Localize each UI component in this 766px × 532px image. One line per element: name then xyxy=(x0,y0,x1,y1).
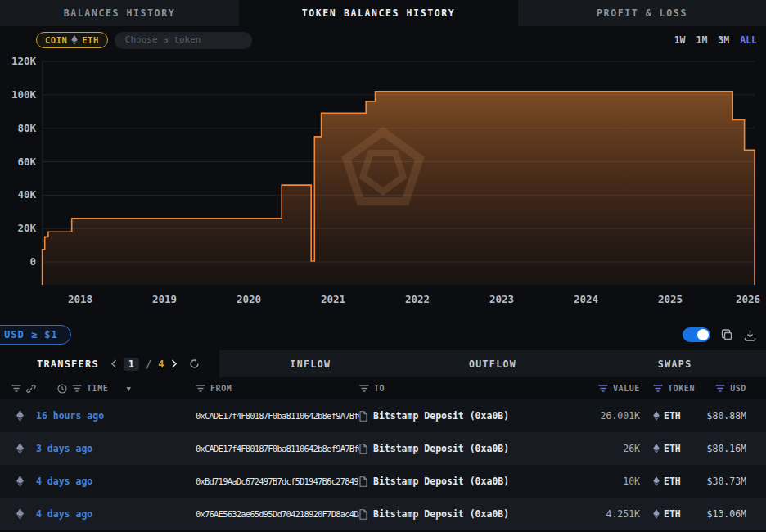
total-pages: 4 xyxy=(158,358,164,370)
y-axis-tick: 0 xyxy=(29,255,36,268)
to-entity-link[interactable]: Bitstamp Deposit (0xa0B) xyxy=(359,476,558,487)
flow-tabs: INFLOW OUTFLOW SWAPS xyxy=(219,350,766,377)
eth-diamond-icon xyxy=(653,411,660,421)
tab-inflow[interactable]: INFLOW xyxy=(219,350,402,377)
tab-outflow[interactable]: OUTFLOW xyxy=(402,350,584,377)
coin-selector-pill[interactable]: COIN ETH xyxy=(36,32,108,48)
table-tabbar: TRANSFERS 1 / 4 INFLOW OUTFLOW SWAPS xyxy=(0,350,766,377)
toggle-knob xyxy=(697,329,709,340)
table-row[interactable]: 3 days ago0xCADE17f4F80187F0ba8110642b8e… xyxy=(0,432,766,465)
y-axis-tick: 100K xyxy=(11,88,37,101)
transfer-token: ETH xyxy=(640,410,699,422)
header-time[interactable]: TIME ▼ xyxy=(57,384,196,394)
to-entity-label: Bitstamp Deposit (0xa0B) xyxy=(373,508,509,520)
y-axis-tick: 60K xyxy=(17,156,36,168)
table-row[interactable]: 4 days ago0x76AE5632ae65d95Dd704218920F7… xyxy=(0,498,766,530)
x-axis-tick: 2021 xyxy=(321,293,345,305)
copy-icon[interactable] xyxy=(721,329,733,341)
table-row[interactable]: 16 hours ago0xCADE17f4F80187F0ba8110642b… xyxy=(0,399,766,432)
document-icon xyxy=(359,509,367,520)
eth-diamond-icon xyxy=(71,35,78,45)
range-1w[interactable]: 1W xyxy=(674,34,686,46)
tab-swaps[interactable]: SWAPS xyxy=(584,350,766,377)
table-row[interactable]: 4 days ago0xBd719AaDc672497B7dcf5D1947B6… xyxy=(0,465,766,498)
x-axis-tick: 2022 xyxy=(405,293,430,305)
to-entity-link[interactable]: Bitstamp Deposit (0xa0B) xyxy=(359,410,558,422)
tab-balances-history[interactable]: BALANCES HISTORY xyxy=(0,0,239,26)
transfer-usd: $80.88M xyxy=(699,410,746,422)
filter-row-actions xyxy=(683,327,756,342)
eth-diamond-icon xyxy=(653,509,660,519)
eth-diamond-icon xyxy=(653,444,660,453)
next-page-icon[interactable] xyxy=(171,359,178,368)
header-to-label: TO xyxy=(374,384,385,393)
tab-transfers[interactable]: TRANSFERS 1 / 4 xyxy=(0,350,219,377)
header-value[interactable]: VALUE xyxy=(558,384,640,393)
transfer-token: ETH xyxy=(640,508,699,520)
to-entity-label: Bitstamp Deposit (0xa0B) xyxy=(373,476,509,487)
token-search-input[interactable]: Choose a token xyxy=(115,32,252,49)
header-time-label: TIME xyxy=(87,384,108,393)
header-to[interactable]: TO xyxy=(359,384,558,393)
header-token[interactable]: TOKEN xyxy=(640,384,699,393)
header-from[interactable]: FROM xyxy=(196,384,359,393)
to-entity-label: Bitstamp Deposit (0xa0B) xyxy=(373,443,509,454)
pager: 1 / 4 xyxy=(110,358,200,371)
transfer-value: 4.251K xyxy=(558,508,640,520)
eth-diamond-icon xyxy=(16,410,24,422)
to-entity-link[interactable]: Bitstamp Deposit (0xa0B) xyxy=(359,443,558,454)
x-axis-tick: 2023 xyxy=(489,293,514,305)
table-header: TIME ▼ FROM TO VALUE TOKEN USD xyxy=(0,377,766,399)
funnel-filter-icon[interactable] xyxy=(196,385,205,392)
range-3m[interactable]: 3M xyxy=(718,34,729,46)
funnel-filter-icon[interactable] xyxy=(72,385,82,392)
funnel-filter-icon[interactable] xyxy=(359,385,369,392)
from-address-link[interactable]: 0xCADE17f4F80187F0ba8110642b8ef9A7Bf67… xyxy=(196,444,359,453)
y-axis-tick: 80K xyxy=(17,122,36,134)
download-icon[interactable] xyxy=(744,329,756,341)
transfer-time-link[interactable]: 3 days ago xyxy=(36,443,196,454)
header-from-label: FROM xyxy=(210,384,232,393)
transfers-table-body: 16 hours ago0xCADE17f4F80187F0ba8110642b… xyxy=(0,399,766,530)
transfer-token: ETH xyxy=(640,443,699,454)
transfer-value: 26K xyxy=(558,443,640,454)
funnel-filter-icon[interactable] xyxy=(653,385,663,392)
y-axis-tick: 40K xyxy=(17,188,36,201)
to-entity-label: Bitstamp Deposit (0xa0B) xyxy=(373,410,509,422)
transfers-label: TRANSFERS xyxy=(37,358,99,370)
from-address-link[interactable]: 0xCADE17f4F80187F0ba8110642b8ef9A7Bf67… xyxy=(196,411,359,421)
funnel-filter-icon[interactable] xyxy=(598,385,608,392)
chevron-down-icon[interactable]: ▼ xyxy=(126,385,131,393)
tab-token-balances-history[interactable]: TOKEN BALANCES HISTORY xyxy=(239,0,518,26)
transfer-usd: $80.16M xyxy=(699,443,746,454)
document-icon xyxy=(359,411,367,422)
funnel-filter-icon[interactable] xyxy=(11,385,21,392)
header-usd-label: USD xyxy=(730,384,746,393)
token-balance-area-chart[interactable]: 020K40K60K80K100K120K2018201920202021202… xyxy=(0,47,766,319)
app-root: BALANCES HISTORY TOKEN BALANCES HISTORY … xyxy=(0,0,766,532)
transfer-time-link[interactable]: 16 hours ago xyxy=(36,410,196,422)
transfer-time-link[interactable]: 4 days ago xyxy=(36,476,196,487)
transfer-usd: $30.73M xyxy=(699,476,746,487)
refresh-icon[interactable] xyxy=(189,358,200,369)
from-address-link[interactable]: 0x76AE5632ae65d95Dd704218920F7D8ac4Dae… xyxy=(196,509,359,519)
document-icon xyxy=(359,476,367,487)
top-tabbar: BALANCES HISTORY TOKEN BALANCES HISTORY … xyxy=(0,0,766,26)
page-separator: / xyxy=(146,358,151,370)
header-value-label: VALUE xyxy=(613,384,640,393)
to-entity-link[interactable]: Bitstamp Deposit (0xa0B) xyxy=(359,508,558,520)
y-axis-tick: 120K xyxy=(11,55,37,67)
range-1m[interactable]: 1M xyxy=(696,34,708,46)
chain-link-icon[interactable] xyxy=(26,384,36,394)
x-axis-tick: 2025 xyxy=(658,293,683,305)
header-usd[interactable]: USD xyxy=(699,384,746,393)
funnel-filter-icon[interactable] xyxy=(715,385,725,392)
tab-profit-and-loss[interactable]: PROFIT & LOSS xyxy=(518,0,766,26)
from-address-link[interactable]: 0xBd719AaDc672497B7dcf5D1947B6c2784919… xyxy=(196,476,359,486)
usd-filter-pill[interactable]: USD ≥ $1 xyxy=(0,325,71,345)
eth-diamond-icon xyxy=(16,476,24,487)
range-all[interactable]: ALL xyxy=(740,34,757,46)
transfer-time-link[interactable]: 4 days ago xyxy=(36,508,196,520)
prev-page-icon[interactable] xyxy=(110,359,117,368)
usd-toggle[interactable] xyxy=(683,327,710,342)
